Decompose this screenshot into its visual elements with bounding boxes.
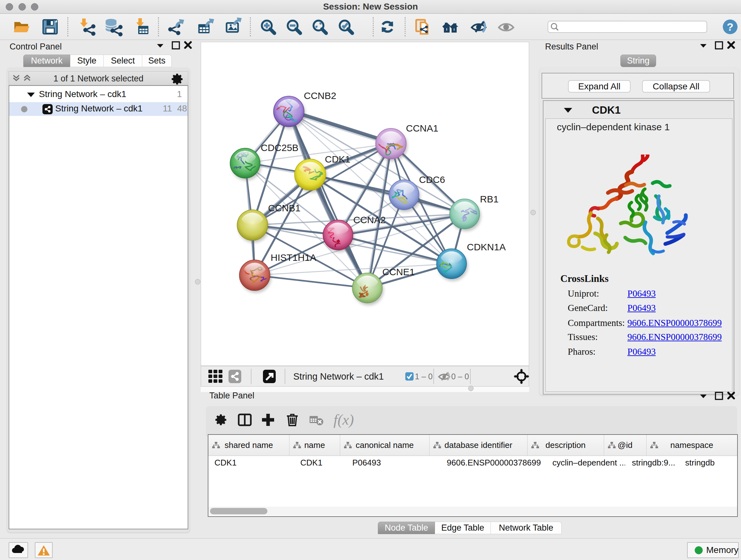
svg-text:CDK1: CDK1 (325, 154, 350, 165)
svg-text:String Network – cdk1: String Network – cdk1 (293, 371, 384, 381)
svg-text:1 – 0: 1 – 0 (415, 372, 433, 381)
svg-text:CDC25B: CDC25B (261, 142, 298, 153)
svg-text:CDKN1A: CDKN1A (467, 242, 506, 252)
svg-text:HIST1H1A: HIST1H1A (271, 252, 316, 263)
svg-text:CCNA2: CCNA2 (353, 214, 386, 225)
svg-text:CDC6: CDC6 (419, 174, 445, 185)
svg-text:?: ? (727, 21, 734, 33)
svg-text:f(x): f(x) (333, 412, 354, 428)
svg-text:0 – 0: 0 – 0 (451, 372, 469, 381)
svg-text:CCNB1: CCNB1 (268, 203, 300, 213)
svg-text:RB1: RB1 (480, 194, 498, 204)
svg-text:CCNA1: CCNA1 (406, 123, 439, 133)
svg-text:CCNE1: CCNE1 (382, 266, 415, 277)
svg-text:CCNB2: CCNB2 (304, 90, 336, 101)
